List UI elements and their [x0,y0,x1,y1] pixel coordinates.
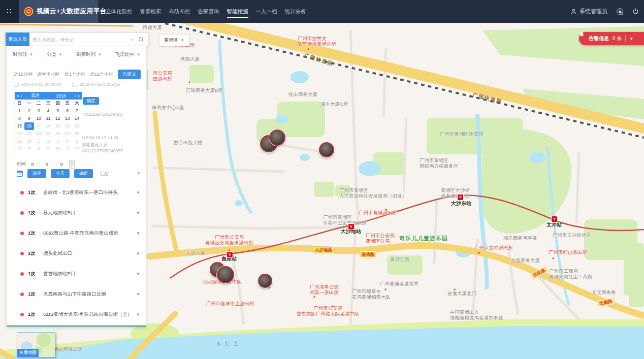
quick-range-option[interactable]: 近15分钟 [14,71,33,78]
today-button[interactable]: 今天 [51,169,70,178]
calendar-day[interactable]: 10 [53,145,62,153]
nav-item[interactable]: 资源检索 [140,6,162,17]
power-icon[interactable] [632,8,639,15]
calendar-day[interactable]: 23 [24,130,34,138]
calendar-day[interactable]: 24 [34,130,44,138]
calendar-day[interactable]: 18 [44,122,53,130]
calendar-day[interactable]: 12 [72,145,82,153]
minimap[interactable]: 矢量地图 [17,332,55,357]
next-month-icon[interactable]: › [74,93,76,99]
quick-range-option[interactable]: 近半个小时 [37,71,60,78]
calendar-day[interactable]: 28 [72,130,82,138]
calendar-day[interactable]: 25 [44,130,53,138]
calendar-day[interactable]: 19 [53,122,62,130]
time-second[interactable]: 0 [58,162,65,167]
calendar-day[interactable]: 4 [44,107,53,115]
date-field[interactable]: 2018-04-16 00:00:00 [14,82,61,87]
chevron-down-icon[interactable]: ▼ [136,251,140,256]
alarm-banner[interactable]: 告警信息 0 条 ▼ [579,32,644,45]
calendar-day[interactable]: 10 [34,115,44,122]
face-capture-marker[interactable] [269,129,285,146]
clear-icon[interactable]: × [128,37,137,43]
calendar-day[interactable]: 14 [72,115,82,122]
nav-item[interactable]: 立体化防控 [106,6,133,17]
quick-range-option[interactable]: 自定义 [118,70,141,79]
calendar-day[interactable]: 13 [62,115,72,122]
stepper-down-icon[interactable]: ▼ [69,165,75,169]
calendar-day[interactable]: 2 [44,138,53,145]
clear-button[interactable]: 清空 [27,169,46,178]
stepper-up-icon[interactable]: ▲ [69,160,75,164]
chevron-down-icon[interactable]: ▼ [136,190,140,195]
prev-year-icon[interactable]: « [17,93,19,99]
nav-item[interactable]: 一人一档 [256,6,277,17]
face-capture-marker[interactable] [258,274,272,288]
calendar-day[interactable]: 2 [24,107,34,115]
calendar-day[interactable]: 16 [24,122,34,130]
calendar-year[interactable]: 2018 [49,93,73,99]
calendar-day[interactable]: 9 [24,115,34,122]
calendar-icon[interactable] [17,171,23,177]
calendar-day[interactable]: 6 [15,145,24,153]
chevron-down-icon[interactable]: ▼ [136,231,140,236]
chevron-down-icon[interactable]: ▼ [136,312,140,317]
app-grid-button[interactable] [0,0,19,23]
search-icon[interactable] [137,37,148,43]
chevron-down-icon[interactable]: ▼ [629,37,633,41]
face-capture-marker[interactable] [217,266,234,283]
next-year-icon[interactable]: » [77,93,80,99]
calendar-day[interactable]: 7 [72,107,82,115]
calendar-day[interactable]: 5 [72,138,82,145]
face-capture-marker[interactable] [319,142,334,157]
calendar-day[interactable]: 5 [53,107,62,115]
calendar-day[interactable]: 7 [24,145,34,153]
filter-dropdown[interactable]: 分类▼ [47,51,62,58]
calendar-day[interactable]: 17 [34,122,44,130]
calendar-day[interactable]: 6 [62,107,72,115]
district-select[interactable]: 黄埔区▼ [159,35,189,46]
calendar-day[interactable]: 20 [62,122,72,130]
calendar-day[interactable]: 15 [15,122,24,130]
calendar-day[interactable]: 3 [34,107,44,115]
calendar-day[interactable]: 26 [53,130,62,138]
calendar-day[interactable]: 1 [34,138,44,145]
chevron-down-icon[interactable]: ▼ [136,211,140,215]
calendar-day[interactable]: 29 [15,138,24,145]
calendar-confirm-button[interactable]: 确定 [83,97,99,105]
filter-dropdown[interactable]: 刷新时间▼ [76,51,102,58]
calendar-day[interactable]: 22 [15,130,24,138]
calendar-day[interactable]: 30 [24,138,34,145]
calendar-day[interactable]: 4 [62,138,72,145]
calendar-day[interactable]: 27 [62,130,72,138]
user-menu[interactable]: 系统管理员 [570,8,607,15]
time-minute[interactable]: 0 [44,162,51,167]
lock-settings-icon[interactable] [616,8,624,15]
filter-dropdown[interactable]: 飞识比中▼ [115,51,141,58]
metro-station-icon[interactable]: Y [348,224,354,230]
calendar-day[interactable]: 11 [62,145,72,153]
calendar-month[interactable]: 四月 [24,93,48,99]
quick-range-option[interactable]: 近1个小时 [65,71,85,78]
nav-item[interactable]: 告警查询 [198,6,219,17]
nav-item[interactable]: 智能挖掘 [227,6,248,17]
chevron-down-icon[interactable]: ▼ [136,272,140,276]
nav-item[interactable]: 布防布控 [169,6,190,17]
chevron-down-icon[interactable]: ▼ [136,292,140,297]
result-row[interactable]: 1次5092蟹山路-中医院东南向蟹山横街▼ [7,223,146,243]
date-field[interactable]: 2018-04-16 23:59:59 [72,82,120,87]
calendar-day[interactable]: 8 [34,145,44,153]
calendar-day[interactable]: 9 [44,145,53,153]
quick-range-option[interactable]: 近12个小时 [90,71,113,78]
search-input[interactable] [29,37,128,42]
metro-station-icon[interactable]: Y [227,252,233,257]
confirm-button[interactable]: 确定 [74,169,93,178]
result-row[interactable]: 1次天麓南路与山下中路路口北侧▼ [7,284,146,304]
chevron-down-icon[interactable]: ▼ [137,171,141,176]
prev-month-icon[interactable]: ‹ [21,93,22,99]
calendar-day[interactable]: 1 [15,107,24,115]
result-row[interactable]: 1次香雪地铁站E口▼ [7,264,146,284]
calendar-day[interactable]: 21 [72,122,82,130]
calendar-day[interactable]: 11 [44,115,53,122]
calendar-day[interactable]: 3 [53,138,62,145]
filter-dropdown[interactable]: 时间段▼ [13,51,33,58]
